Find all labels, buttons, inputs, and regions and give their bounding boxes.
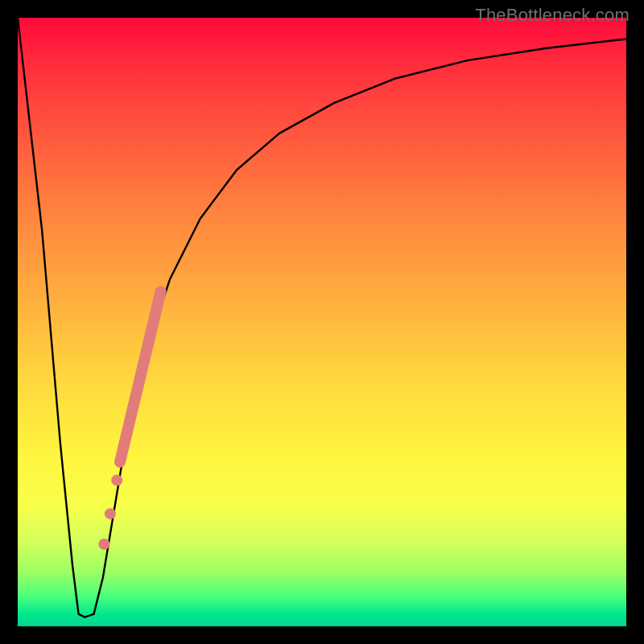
bottleneck-curve: [18, 18, 626, 617]
overlay-dot: [98, 539, 109, 550]
chart-svg: [18, 18, 626, 626]
watermark-text: TheBottleneck.com: [475, 5, 630, 26]
overlay-highlight-segment: [120, 291, 161, 462]
overlay-dot: [111, 475, 122, 486]
overlay-dot: [105, 508, 116, 519]
